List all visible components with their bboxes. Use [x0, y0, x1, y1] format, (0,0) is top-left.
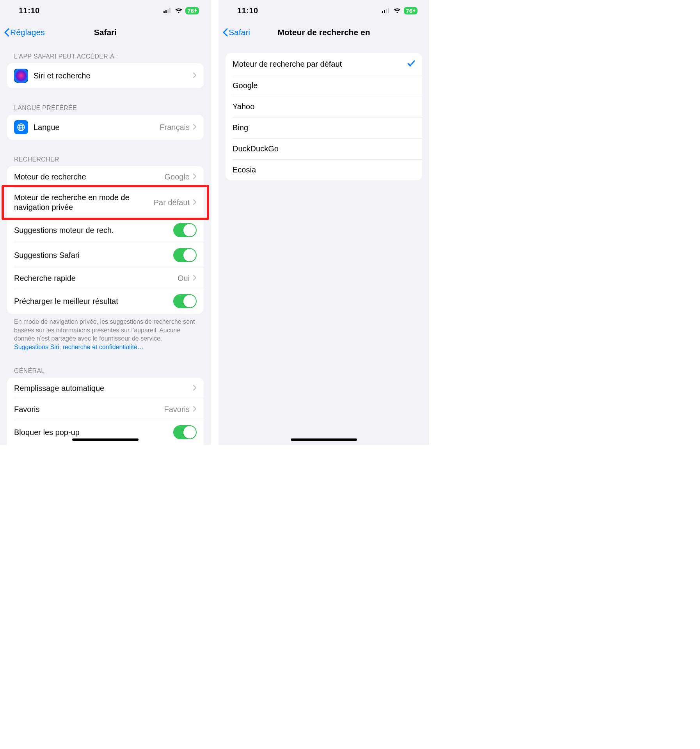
option-label: Moteur de recherche par défaut — [233, 60, 407, 69]
row-value: Français — [160, 123, 190, 132]
chevron-right-icon — [193, 71, 197, 80]
toggle-switch[interactable] — [173, 294, 197, 308]
privacy-link[interactable]: Suggestions Siri, recherche et confident… — [14, 344, 144, 350]
row-label: Langue — [34, 123, 160, 132]
row-label: Moteur de recherche en mode de navigatio… — [14, 193, 154, 212]
status-time: 11:10 — [19, 6, 40, 15]
cellular-icon — [163, 8, 172, 13]
row-block-popups[interactable]: Bloquer les pop-up — [7, 420, 204, 445]
status-right: 76 — [382, 7, 418, 14]
phone-right: 11:10 76 Safari Moteur de recherche en M… — [219, 0, 429, 445]
wifi-icon — [175, 8, 183, 13]
row-value: Favoris — [164, 405, 190, 414]
globe-icon — [14, 120, 28, 134]
row-label: Suggestions moteur de rech. — [14, 226, 173, 235]
phone-left: 11:10 76 Réglages Safari L'APP SAFARI PE… — [0, 0, 211, 445]
settings-scroll-area[interactable]: L'APP SAFARI PEUT ACCÉDER À : Siri et re… — [0, 44, 211, 445]
row-language[interactable]: Langue Français — [7, 115, 204, 140]
chevron-left-icon — [4, 28, 9, 37]
row-favorites[interactable]: Favoris Favoris — [7, 399, 204, 420]
back-label: Réglages — [10, 28, 45, 37]
svg-rect-11 — [386, 9, 387, 13]
row-label: Moteur de recherche — [14, 172, 165, 181]
row-engine-option[interactable]: Moteur de recherche par défaut — [226, 53, 422, 75]
option-label: Ecosia — [233, 165, 415, 174]
battery-level: 76 — [406, 7, 412, 14]
row-label: Recherche rapide — [14, 274, 178, 283]
nav-bar: Safari Moteur de recherche en — [219, 21, 429, 44]
row-search-engine[interactable]: Moteur de recherche Google — [7, 166, 204, 187]
section-general: GÉNÉRAL Remplissage automatique Favoris … — [7, 360, 204, 445]
back-label: Safari — [229, 28, 250, 37]
nav-bar: Réglages Safari — [0, 21, 211, 44]
svg-rect-9 — [382, 11, 383, 13]
section-header-language: LANGUE PRÉFÉRÉE — [7, 98, 204, 115]
chevron-right-icon — [193, 384, 197, 393]
svg-rect-12 — [388, 8, 389, 13]
toggle-switch[interactable] — [173, 223, 197, 237]
row-value: Oui — [178, 274, 190, 283]
row-value: Google — [165, 172, 190, 181]
option-label: Google — [233, 81, 415, 90]
status-bar: 11:10 76 — [0, 0, 211, 21]
row-value: Par défaut — [154, 198, 190, 207]
cellular-icon — [382, 8, 391, 13]
toggle-switch[interactable] — [173, 248, 197, 262]
status-right: 76 — [163, 7, 199, 14]
wifi-icon — [393, 8, 401, 13]
row-label: Siri et recherche — [34, 71, 193, 80]
svg-rect-3 — [169, 8, 171, 13]
siri-icon — [14, 69, 28, 83]
row-engine-option[interactable]: Yahoo — [226, 96, 422, 117]
nav-title: Moteur de recherche en — [219, 28, 429, 37]
row-search-engine-suggestions[interactable]: Suggestions moteur de rech. — [7, 218, 204, 243]
row-private-search-engine[interactable]: Moteur de recherche en mode de navigatio… — [7, 187, 204, 218]
row-label: Favoris — [14, 405, 164, 414]
back-button[interactable]: Réglages — [0, 28, 45, 37]
back-button[interactable]: Safari — [219, 28, 250, 37]
svg-rect-1 — [165, 10, 167, 13]
chevron-left-icon — [222, 28, 228, 37]
battery-level: 76 — [187, 7, 194, 14]
row-engine-option[interactable]: Google — [226, 75, 422, 96]
toggle-switch[interactable] — [173, 425, 197, 439]
row-label: Suggestions Safari — [14, 251, 173, 260]
svg-rect-0 — [163, 11, 165, 13]
battery-icon: 76 — [404, 7, 418, 14]
checkmark-icon — [407, 59, 415, 69]
status-time: 11:10 — [237, 6, 258, 15]
row-engine-option[interactable]: Ecosia — [226, 159, 422, 180]
row-siri-search[interactable]: Siri et recherche — [7, 63, 204, 88]
row-quick-search[interactable]: Recherche rapide Oui — [7, 268, 204, 289]
section-access: L'APP SAFARI PEUT ACCÉDER À : Siri et re… — [7, 46, 204, 88]
row-engine-option[interactable]: Bing — [226, 117, 422, 138]
section-search: RECHERCHER Moteur de recherche Google Mo… — [7, 149, 204, 351]
section-header-search: RECHERCHER — [7, 149, 204, 166]
settings-scroll-area[interactable]: Moteur de recherche par défautGoogleYaho… — [219, 44, 429, 445]
row-label: Bloquer les pop-up — [14, 428, 173, 437]
row-autofill[interactable]: Remplissage automatique — [7, 378, 204, 399]
home-indicator[interactable] — [291, 438, 357, 441]
option-label: Bing — [233, 123, 415, 132]
row-preload-top-hit[interactable]: Précharger le meilleur résultat — [7, 289, 204, 314]
section-header-general: GÉNÉRAL — [7, 360, 204, 378]
option-label: Yahoo — [233, 102, 415, 111]
svg-rect-10 — [384, 10, 385, 13]
row-label: Précharger le meilleur résultat — [14, 297, 173, 306]
row-engine-option[interactable]: DuckDuckGo — [226, 138, 422, 159]
section-language: LANGUE PRÉFÉRÉE Langue Français — [7, 98, 204, 140]
chevron-right-icon — [193, 172, 197, 181]
chevron-right-icon — [193, 405, 197, 414]
home-indicator[interactable] — [72, 438, 139, 441]
section-footer-search: En mode de navigation privée, les sugges… — [7, 314, 204, 351]
chevron-right-icon — [193, 198, 197, 207]
footer-text: En mode de navigation privée, les sugges… — [14, 318, 195, 342]
row-safari-suggestions[interactable]: Suggestions Safari — [7, 243, 204, 268]
section-header-access: L'APP SAFARI PEUT ACCÉDER À : — [7, 46, 204, 63]
svg-rect-2 — [167, 9, 169, 13]
section-engine-options: Moteur de recherche par défautGoogleYaho… — [226, 53, 422, 180]
chevron-right-icon — [193, 274, 197, 283]
battery-icon: 76 — [185, 7, 199, 14]
row-label: Remplissage automatique — [14, 384, 193, 393]
status-bar: 11:10 76 — [219, 0, 429, 21]
